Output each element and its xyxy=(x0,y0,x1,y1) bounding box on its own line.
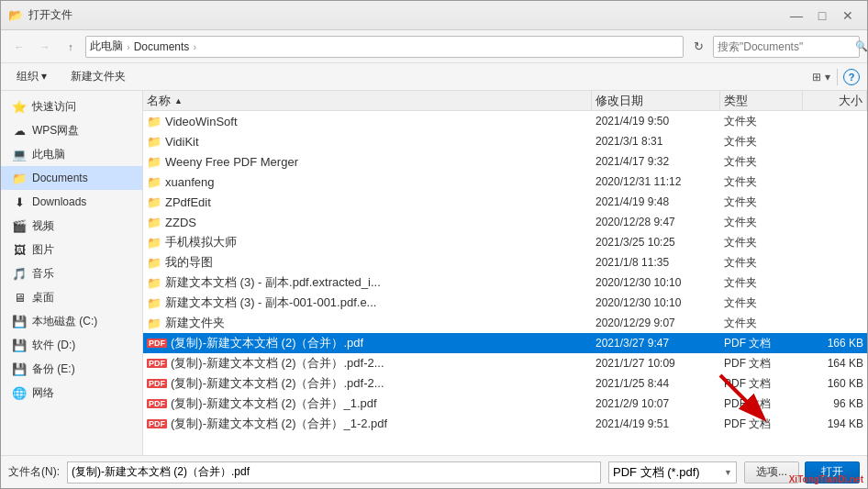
breadcrumb[interactable]: 此电脑 › Documents › xyxy=(85,36,684,58)
table-row[interactable]: PDF (复制)-新建文本文档 (2)（合并）.pdf 2021/3/27 9:… xyxy=(143,333,867,353)
action-bar: 组织 ▾ 新建文件夹 ⊞ ▾ ? xyxy=(1,63,867,91)
cell-name: PDF (复制)-新建文本文档 (2)（合并）.pdf xyxy=(143,333,592,353)
cell-size: 194 KB xyxy=(803,414,867,434)
file-list-header: 名称 ▲ 修改日期 类型 大小 xyxy=(143,91,867,111)
pdf-icon: PDF xyxy=(147,339,167,348)
sidebar-item-software-d[interactable]: 💾 软件 (D:) xyxy=(1,333,142,357)
breadcrumb-pc: 此电脑 xyxy=(90,39,123,54)
sidebar-item-downloads[interactable]: ⬇ Downloads xyxy=(1,190,142,214)
help-button[interactable]: ? xyxy=(843,69,860,85)
sidebar-item-pictures[interactable]: 🖼 图片 xyxy=(1,238,142,261)
file-name-text: (复制)-新建文本文档 (2)（合并）.pdf-2... xyxy=(171,375,384,392)
table-row[interactable]: 📁 xuanfeng 2020/12/31 11:12 文件夹 xyxy=(143,172,867,192)
sidebar-item-local-c[interactable]: 💾 本地磁盘 (C:) xyxy=(1,309,142,333)
organize-button[interactable]: 组织 ▾ xyxy=(8,67,55,87)
table-row[interactable]: PDF (复制)-新建文本文档 (2)（合并）_1-2.pdf 2021/4/1… xyxy=(143,414,867,434)
breadcrumb-sep-2: › xyxy=(193,41,196,52)
refresh-button[interactable]: ↻ xyxy=(687,36,709,58)
table-row[interactable]: 📁 新建文本文档 (3) - 副本.pdf.extracted_i... 202… xyxy=(143,272,867,293)
col-size-label: 大小 xyxy=(839,93,862,109)
cell-name: PDF (复制)-新建文本文档 (2)（合并）.pdf-2... xyxy=(143,353,592,373)
separator xyxy=(837,69,838,85)
new-folder-button[interactable]: 新建文件夹 xyxy=(62,67,134,87)
table-row[interactable]: PDF (复制)-新建文本文档 (2)（合并）.pdf-2... 2021/1/… xyxy=(143,353,867,373)
view-options-button[interactable]: ⊞ ▾ xyxy=(811,67,831,87)
col-header-size[interactable]: 大小 xyxy=(803,91,867,110)
table-row[interactable]: 📁 ZPdfEdit 2021/4/19 9:48 文件夹 xyxy=(143,192,867,212)
cell-size xyxy=(803,293,867,313)
col-header-name[interactable]: 名称 ▲ xyxy=(143,91,592,110)
filename-input-wrap xyxy=(67,461,601,483)
cell-date: 2021/4/19 9:48 xyxy=(592,192,720,212)
sidebar-label-desktop: 桌面 xyxy=(32,290,54,306)
cell-name: 📁 ZZDS xyxy=(143,212,592,232)
table-row[interactable]: 📁 新建文件夹 2020/12/29 9:07 文件夹 xyxy=(143,313,867,333)
titlebar: 📂 打开文件 — □ ✕ xyxy=(1,1,867,30)
table-row[interactable]: PDF (复制)-新建文本文档 (2)（合并）_1.pdf 2021/2/9 1… xyxy=(143,394,867,414)
sidebar-item-network[interactable]: 🌐 网络 xyxy=(1,381,142,405)
table-row[interactable]: 📁 Weeny Free PDF Merger 2021/4/17 9:32 文… xyxy=(143,151,867,172)
sidebar-item-music[interactable]: 🎵 音乐 xyxy=(1,261,142,285)
titlebar-icon: 📂 xyxy=(8,8,23,23)
up-button[interactable]: ↑ xyxy=(60,36,82,58)
back-button[interactable]: ← xyxy=(8,36,30,58)
sidebar-label-wps: WPS网盘 xyxy=(32,123,79,139)
cell-size xyxy=(803,252,867,272)
table-row[interactable]: 📁 新建文本文档 (3) - 副本-001-001.pdf.e... 2020/… xyxy=(143,293,867,313)
col-header-date[interactable]: 修改日期 xyxy=(592,91,720,110)
software-d-icon: 💾 xyxy=(12,338,27,352)
table-row[interactable]: PDF (复制)-新建文本文档 (2)（合并）.pdf-2... 2021/1/… xyxy=(143,373,867,394)
cell-date: 2021/1/25 8:44 xyxy=(592,373,720,394)
cell-type: 文件夹 xyxy=(720,212,803,232)
sort-arrow-name: ▲ xyxy=(174,96,183,106)
table-row[interactable]: 📁 VidiKit 2021/3/1 8:31 文件夹 xyxy=(143,131,867,151)
cell-type: 文件夹 xyxy=(720,172,803,192)
cell-name: 📁 我的导图 xyxy=(143,252,592,272)
forward-button[interactable]: → xyxy=(34,36,56,58)
sidebar-item-documents[interactable]: 📁 Documents xyxy=(1,166,142,190)
sidebar-item-wps[interactable]: ☁ WPS网盘 xyxy=(1,118,142,142)
filetype-value: PDF 文档 (*.pdf) xyxy=(613,464,700,481)
sidebar-item-desktop[interactable]: 🖥 桌面 xyxy=(1,285,142,309)
downloads-icon: ⬇ xyxy=(12,194,27,209)
file-name-text: (复制)-新建文本文档 (2)（合并）.pdf-2... xyxy=(171,355,384,372)
pdf-icon: PDF xyxy=(147,419,167,428)
table-row[interactable]: 📁 VideoWinSoft 2021/4/19 9:50 文件夹 xyxy=(143,111,867,131)
filename-input[interactable] xyxy=(68,466,600,479)
table-row[interactable]: 📁 ZZDS 2020/12/28 9:47 文件夹 xyxy=(143,212,867,232)
maximize-button[interactable]: □ xyxy=(810,4,834,28)
sidebar-item-videos[interactable]: 🎬 视频 xyxy=(1,214,142,238)
cell-type: 文件夹 xyxy=(720,111,803,131)
minimize-button[interactable]: — xyxy=(785,4,808,28)
file-name-text: 新建文本文档 (3) - 副本-001-001.pdf.e... xyxy=(165,295,376,311)
table-row[interactable]: 📁 手机模拟大师 2021/3/25 10:25 文件夹 xyxy=(143,232,867,252)
file-name-text: 我的导图 xyxy=(165,254,213,271)
col-header-type[interactable]: 类型 xyxy=(720,91,803,110)
sidebar-label-videos: 视频 xyxy=(32,218,54,234)
filetype-select[interactable]: PDF 文档 (*.pdf) ▼ xyxy=(608,461,737,483)
sidebar-item-backup-e[interactable]: 💾 备份 (E:) xyxy=(1,357,142,381)
cell-size xyxy=(803,151,867,172)
cell-size xyxy=(803,272,867,293)
folder-icon: 📁 xyxy=(147,195,161,209)
bottom-bar: 文件名(N): PDF 文档 (*.pdf) ▼ 选项... 打开 xyxy=(1,455,867,488)
pdf-icon: PDF xyxy=(147,399,167,408)
file-name-text: xuanfeng xyxy=(165,175,215,189)
table-row[interactable]: 📁 我的导图 2021/1/8 11:35 文件夹 xyxy=(143,252,867,272)
cell-date: 2020/12/30 10:10 xyxy=(592,293,720,313)
sidebar-item-this-pc[interactable]: 💻 此电脑 xyxy=(1,142,142,166)
sidebar-item-quick-access[interactable]: ⭐ 快速访问 xyxy=(1,94,142,118)
cell-type: 文件夹 xyxy=(720,293,803,313)
filetype-dropdown-arrow: ▼ xyxy=(724,468,732,477)
cell-size xyxy=(803,172,867,192)
cell-name: 📁 ZPdfEdit xyxy=(143,192,592,212)
folder-icon: 📁 xyxy=(147,135,161,149)
sidebar-label-local-c: 本地磁盘 (C:) xyxy=(32,314,97,329)
cell-size xyxy=(803,212,867,232)
sidebar-label-quick-access: 快速访问 xyxy=(32,99,76,115)
sidebar-label-pc: 此电脑 xyxy=(32,147,65,162)
cell-type: 文件夹 xyxy=(720,232,803,252)
close-button[interactable]: ✕ xyxy=(836,4,860,28)
file-name-text: 手机模拟大师 xyxy=(165,234,237,250)
search-input[interactable] xyxy=(718,40,855,53)
